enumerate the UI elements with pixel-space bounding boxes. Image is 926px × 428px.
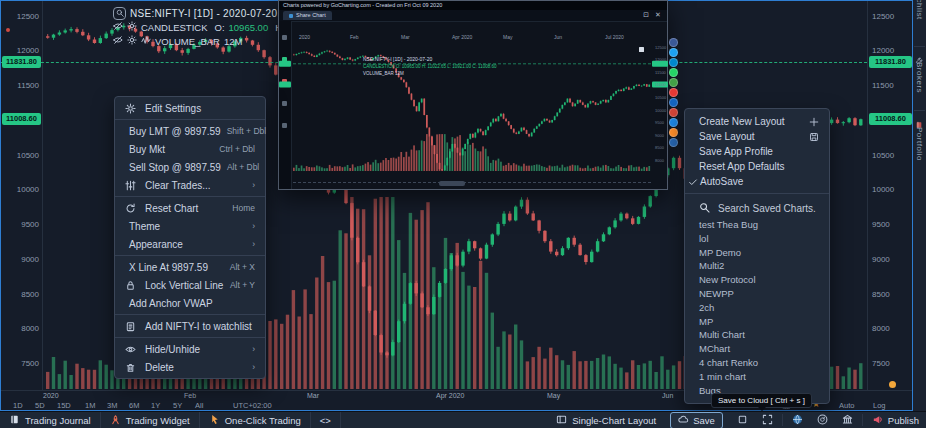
price-tick: 7500 xyxy=(2,359,39,368)
timeframe-all[interactable]: All xyxy=(195,401,203,410)
bottom-button--[interactable]: <> xyxy=(311,412,341,428)
share-button-0[interactable] xyxy=(669,38,678,47)
share-button-7[interactable] xyxy=(669,108,678,117)
bottom-button-trading-widget[interactable]: Trading Widget xyxy=(101,412,200,428)
layout-menu-item-save-app-profile[interactable]: Save App Profile xyxy=(685,144,829,159)
saved-chart-1-min-chart[interactable]: 1 min chart xyxy=(685,370,829,384)
auto-scale-button[interactable]: Auto xyxy=(839,401,854,410)
price-tick: 12500 xyxy=(2,12,39,21)
search-saved-charts-input[interactable] xyxy=(716,202,824,215)
bottom-button-one-click-trading[interactable]: One-Click Trading xyxy=(200,412,311,428)
timezone-button[interactable]: UTC+02:00 xyxy=(233,401,272,410)
timeframe-5d[interactable]: 5D xyxy=(35,401,45,410)
bottom-button-save[interactable]: Save xyxy=(663,412,730,428)
popup-scroll-handle[interactable] xyxy=(439,181,465,186)
saved-chart-multi-chart[interactable]: Multi Chart xyxy=(685,328,829,342)
svg-text:11000: 11000 xyxy=(655,82,667,87)
button-label: <> xyxy=(320,415,331,426)
series-settings-icon[interactable] xyxy=(127,21,137,33)
price-tick: 9000 xyxy=(2,255,39,264)
timeframe-3m[interactable]: 3M xyxy=(107,401,117,410)
menu-divider xyxy=(685,193,829,194)
popup-scrollbar[interactable] xyxy=(293,182,651,183)
symbol-search-icon[interactable] xyxy=(113,7,126,20)
menu-item-theme[interactable]: Theme› xyxy=(115,217,265,235)
layout-menu-label: Save App Profile xyxy=(699,146,819,157)
menu-item-reset-chart[interactable]: Reset ChartHome xyxy=(115,199,265,217)
share-button-1[interactable] xyxy=(669,48,678,57)
menu-item-edit-settings[interactable]: Edit Settings xyxy=(115,99,265,117)
bottom-button-bank[interactable] xyxy=(835,412,860,428)
menu-item-buy-lmt-9897-59[interactable]: Buy LMT @ 9897.59Shift + Dbl xyxy=(115,122,265,140)
saved-chart-4-chart-renko[interactable]: 4 chart Renko xyxy=(685,356,829,370)
saved-chart-test-thea-bug[interactable]: test Thea Bug xyxy=(685,218,829,232)
menu-item-lock-vertical-line[interactable]: Lock Vertical LineAlt + Y xyxy=(115,276,265,294)
saved-chart-lol[interactable]: lol xyxy=(685,232,829,246)
share-button-5[interactable] xyxy=(669,88,678,97)
share-chart-preview[interactable]: Charts powered by GoCharting.com - Creat… xyxy=(278,0,668,190)
notification-dot xyxy=(889,381,896,388)
saved-chart-newpp[interactable]: NEWPP xyxy=(685,287,829,301)
menu-item-buy-mkt[interactable]: Buy MktCtrl + Dbl xyxy=(115,140,265,158)
share-button-10[interactable] xyxy=(669,138,678,147)
share-button-6[interactable] xyxy=(669,98,678,107)
timeframe-1d[interactable]: 1D xyxy=(13,401,23,410)
menu-item-add-anchor-vwap[interactable]: Add Anchor VWAP xyxy=(115,294,265,312)
log-scale-button[interactable]: Log xyxy=(873,401,886,410)
share-chart-tab[interactable]: Share Chart xyxy=(283,11,332,20)
share-button-4[interactable] xyxy=(669,78,678,87)
save-button-box[interactable]: Save xyxy=(670,412,723,428)
sliders-icon xyxy=(125,180,145,191)
share-button-9[interactable] xyxy=(669,128,678,137)
indicator-icon xyxy=(141,35,151,47)
saved-chart-multi2[interactable]: Multi2 xyxy=(685,259,829,273)
svg-text:VOLUME_BAR 12M: VOLUME_BAR 12M xyxy=(363,71,404,76)
layout-menu-item-create-new-layout[interactable]: Create New Layout xyxy=(685,114,829,129)
saved-chart-new-protocol[interactable]: New Protocol xyxy=(685,273,829,287)
saved-chart-mchart[interactable]: MChart xyxy=(685,342,829,356)
search-icon xyxy=(699,202,710,215)
svg-text:9000: 9000 xyxy=(655,133,665,138)
price-tag: 11008.60 xyxy=(869,113,912,125)
bottom-button-refreshc[interactable] xyxy=(810,412,835,428)
bottom-button-single-chart-layout[interactable]: Single-Chart Layout xyxy=(549,412,663,428)
saved-chart-mp[interactable]: MP xyxy=(685,315,829,329)
timeframe-6m[interactable]: 6M xyxy=(129,401,139,410)
menu-item-add-nifty-i-to-watchlist[interactable]: Add NIFTY-I to watchlist xyxy=(115,317,265,335)
time-label: Jun xyxy=(662,392,673,399)
timeframe-15d[interactable]: 15D xyxy=(57,401,71,410)
bottom-button-publish[interactable]: Publish xyxy=(865,412,926,428)
layout-menu-item-reset-app-defaults[interactable]: Reset App Defaults xyxy=(685,159,829,174)
bottom-button-globe[interactable] xyxy=(785,412,810,428)
share-button-3[interactable] xyxy=(669,68,678,77)
hide-series-icon[interactable] xyxy=(113,21,123,33)
bottom-button-expand[interactable] xyxy=(755,412,780,428)
timeframe-1m[interactable]: 1M xyxy=(85,401,95,410)
menu-item-appearance[interactable]: Appearance› xyxy=(115,235,265,253)
menu-item-sell-stop-9897-59[interactable]: Sell Stop @ 9897.59Alt + Dbl xyxy=(115,158,265,176)
tab-watchlist[interactable]: Watchlist xyxy=(915,0,924,20)
saved-chart-2ch[interactable]: 2ch xyxy=(685,301,829,315)
timeframe-1y[interactable]: 1Y xyxy=(151,401,160,410)
bottom-button-trading-journal[interactable]: Trading Journal xyxy=(0,412,101,428)
tab-portfolio[interactable]: Portfolio xyxy=(915,127,924,161)
timeframe-5y[interactable]: 5Y xyxy=(173,401,182,410)
check-icon xyxy=(688,177,699,187)
menu-item-label: Theme xyxy=(129,221,246,232)
saved-chart-mp-demo[interactable]: MP Demo xyxy=(685,246,829,260)
price-tag: 11831.80 xyxy=(2,56,41,68)
menu-item-x-line-at-9897-59[interactable]: X Line At 9897.59Alt + X xyxy=(115,258,265,276)
menu-item-delete[interactable]: Delete› xyxy=(115,358,265,376)
layout-menu-item-autosave[interactable]: AutoSave xyxy=(685,174,829,189)
hide-volume-icon[interactable] xyxy=(113,35,123,47)
tab-brokers[interactable]: Brokers xyxy=(915,62,924,93)
popup-window-icons[interactable]: ⊡ ✕ xyxy=(643,11,663,19)
layout-menu-item-save-layout[interactable]: Save Layout xyxy=(685,129,829,144)
bottom-button-sq[interactable] xyxy=(730,412,755,428)
share-button-2[interactable] xyxy=(669,58,678,67)
menu-item-hide-unhide[interactable]: Hide/Unhide› xyxy=(115,340,265,358)
share-button-8[interactable] xyxy=(669,118,678,127)
menu-item-clear-trades-[interactable]: Clear Trades...› xyxy=(115,176,265,194)
volume-settings-icon[interactable] xyxy=(127,35,137,47)
context-menu-section: Reset ChartHomeTheme›Appearance› xyxy=(115,197,265,256)
